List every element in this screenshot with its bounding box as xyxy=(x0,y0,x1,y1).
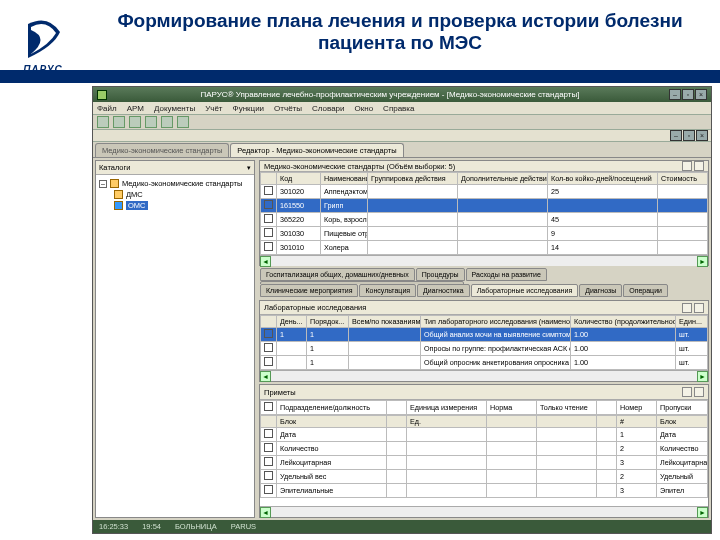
params-table[interactable]: Блок Ед. # Блок Дата1ДатаКоличество2Коли… xyxy=(260,415,708,498)
doc-tab-2[interactable]: Редактор - Медико-экономические стандарт… xyxy=(230,143,403,157)
filter-cell[interactable]: Норма xyxy=(487,401,537,415)
tab-clinic[interactable]: Клинические мероприятия xyxy=(260,284,358,297)
filter-cell[interactable]: Подразделение/должность xyxy=(277,401,387,415)
col-block2[interactable]: Блок xyxy=(657,416,708,428)
checkbox[interactable] xyxy=(264,200,273,209)
checkbox[interactable] xyxy=(264,242,273,251)
col-group[interactable]: Группировка действия xyxy=(368,173,458,185)
col-order[interactable]: Порядок... xyxy=(307,316,349,328)
scroll-left-icon[interactable]: ◄ xyxy=(260,371,271,382)
col-code[interactable]: Код xyxy=(277,173,321,185)
mdi-max-button[interactable]: ▫ xyxy=(683,130,695,141)
checkbox[interactable] xyxy=(264,343,273,352)
scroll-right-icon[interactable]: ► xyxy=(697,507,708,518)
tab-lab[interactable]: Лабораторные исследования xyxy=(471,284,578,297)
tree-child[interactable]: ДМС xyxy=(99,189,251,200)
grid-tool-icon[interactable] xyxy=(682,303,692,313)
col-type[interactable]: Тип лабораторного исследования (наименов… xyxy=(421,316,571,328)
table-row[interactable]: Удельный вес2Удельный xyxy=(261,470,708,484)
table-row[interactable]: 301020Аппендэктомия25 xyxy=(261,185,708,199)
col-days[interactable]: Кол-во койко-дней/посещений xyxy=(548,173,658,185)
table-row[interactable]: 365220Корь, взрослые45 xyxy=(261,213,708,227)
menu-help[interactable]: Справка xyxy=(383,104,414,113)
table-row[interactable]: 1Общий опросник анкетирования опросника … xyxy=(261,356,708,370)
filter-cell[interactable] xyxy=(387,401,407,415)
tab-consult[interactable]: Консультация xyxy=(359,284,416,297)
maximize-button[interactable]: ▫ xyxy=(682,89,694,100)
checkbox[interactable] xyxy=(264,186,273,195)
filter-cell[interactable]: Номер xyxy=(617,401,657,415)
mdi-min-button[interactable]: – xyxy=(670,130,682,141)
tab-diag[interactable]: Диагностика xyxy=(417,284,470,297)
grid-tool-icon[interactable] xyxy=(694,303,704,313)
checkbox[interactable] xyxy=(264,214,273,223)
table-row[interactable]: 1Опросы по группе: профилактическая АСК … xyxy=(261,342,708,356)
titlebar[interactable]: ПАРУС® Управление лечебно-профилактическ… xyxy=(93,87,711,102)
menu-reports[interactable]: Отчёты xyxy=(274,104,302,113)
col[interactable] xyxy=(597,416,617,428)
col-qty[interactable]: Количество (продолжительность) xyxy=(571,316,676,328)
tab-hosp[interactable]: Госпитализация общих, домашних/дневных xyxy=(260,268,415,281)
scroll-right-icon[interactable]: ► xyxy=(697,256,708,267)
col[interactable] xyxy=(537,416,597,428)
scroll-left-icon[interactable]: ◄ xyxy=(260,507,271,518)
tool-icon[interactable] xyxy=(97,116,109,128)
standards-table[interactable]: Код Наименование Группировка действия До… xyxy=(260,172,708,255)
filter-cell[interactable]: Единица измерения xyxy=(407,401,487,415)
col-day[interactable]: День... xyxy=(277,316,307,328)
checkbox[interactable] xyxy=(264,228,273,237)
table-row[interactable]: Количество2Количество xyxy=(261,442,708,456)
h-scrollbar[interactable]: ◄► xyxy=(260,255,708,266)
tree-root[interactable]: – Медико-экономические стандарты xyxy=(99,178,251,189)
menu-account[interactable]: Учёт xyxy=(205,104,222,113)
tab-dev[interactable]: Расходы на развитие xyxy=(466,268,547,281)
menu-arm[interactable]: АРМ xyxy=(127,104,144,113)
col-all[interactable]: Всем/по показаниям? xyxy=(349,316,421,328)
checkbox[interactable] xyxy=(264,357,273,366)
col-block[interactable]: Блок xyxy=(277,416,387,428)
table-row[interactable]: Лейкоцитарная3Лейкоцитарная xyxy=(261,456,708,470)
col-num[interactable]: # xyxy=(617,416,657,428)
grid-tool-icon[interactable] xyxy=(682,161,692,171)
chevron-down-icon[interactable]: ▾ xyxy=(247,164,251,172)
filter-cell[interactable]: Пропуски xyxy=(657,401,708,415)
filter-cell[interactable] xyxy=(597,401,617,415)
close-button[interactable]: × xyxy=(695,89,707,100)
checkbox[interactable] xyxy=(264,443,273,452)
tool-icon[interactable] xyxy=(177,116,189,128)
tool-icon[interactable] xyxy=(129,116,141,128)
grid-tool-icon[interactable] xyxy=(694,161,704,171)
tool-icon[interactable] xyxy=(113,116,125,128)
table-row[interactable]: 301010Холера14 xyxy=(261,241,708,255)
checkbox[interactable] xyxy=(264,402,273,411)
col-name[interactable]: Наименование xyxy=(321,173,368,185)
grid-tool-icon[interactable] xyxy=(682,387,692,397)
checkbox[interactable] xyxy=(264,471,273,480)
menu-docs[interactable]: Документы xyxy=(154,104,195,113)
menu-dict[interactable]: Словари xyxy=(312,104,345,113)
collapse-icon[interactable]: – xyxy=(99,180,107,188)
doc-tab-1[interactable]: Медико-экономические стандарты xyxy=(95,143,229,157)
col[interactable] xyxy=(387,416,407,428)
checkbox[interactable] xyxy=(264,329,273,338)
table-row[interactable]: Эпителиальные3Эпител xyxy=(261,484,708,498)
col-check[interactable] xyxy=(261,416,277,428)
menu-func[interactable]: Функции xyxy=(233,104,265,113)
table-row[interactable]: 301030Пищевые отравления и токсикоинфекц… xyxy=(261,227,708,241)
col-extra[interactable]: Дополнительные действия xyxy=(458,173,548,185)
mdi-close-button[interactable]: × xyxy=(696,130,708,141)
menu-file[interactable]: Файл xyxy=(97,104,117,113)
col[interactable] xyxy=(487,416,537,428)
tree-child[interactable]: ОМС xyxy=(99,200,251,211)
minimize-button[interactable]: – xyxy=(669,89,681,100)
tool-icon[interactable] xyxy=(145,116,157,128)
checkbox[interactable] xyxy=(264,429,273,438)
scroll-right-icon[interactable]: ► xyxy=(697,371,708,382)
checkbox[interactable] xyxy=(264,457,273,466)
lab-table[interactable]: День... Порядок... Всем/по показаниям? Т… xyxy=(260,315,708,370)
col-unit[interactable]: Един... xyxy=(676,316,708,328)
col-cost[interactable]: Стоимость xyxy=(658,173,708,185)
h-scrollbar[interactable]: ◄► xyxy=(260,370,708,381)
col-check[interactable] xyxy=(261,173,277,185)
col-unit[interactable]: Ед. xyxy=(407,416,487,428)
